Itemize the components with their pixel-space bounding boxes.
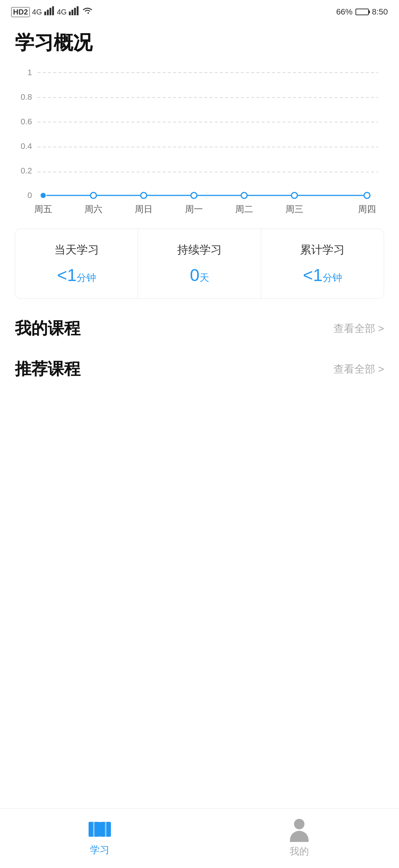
- bottom-nav: 学习 我的: [0, 808, 399, 868]
- svg-text:周四: 周四: [358, 204, 376, 214]
- chart-container: 1 0.8 0.6 0.4 0.2 0 周五 周六 周日 周一 周二 周三 周四: [0, 60, 399, 221]
- svg-text:周五: 周五: [34, 204, 52, 214]
- svg-rect-7: [77, 6, 79, 15]
- svg-rect-4: [69, 12, 71, 15]
- stats-card: 当天学习 <1分钟 持续学习 0天 累计学习 <1分钟: [15, 229, 384, 299]
- wifi-icon: [82, 6, 93, 17]
- svg-text:1: 1: [28, 68, 32, 77]
- my-courses-section: 我的课程 查看全部 >: [0, 306, 399, 347]
- svg-text:周日: 周日: [135, 204, 153, 214]
- nav-study[interactable]: 学习: [0, 820, 200, 856]
- svg-rect-5: [71, 10, 73, 15]
- study-label: 学习: [90, 843, 109, 856]
- stat-streak-value: 0天: [190, 265, 209, 285]
- stat-daily-label: 当天学习: [54, 242, 99, 258]
- stat-total-label: 累计学习: [300, 242, 345, 258]
- svg-text:0: 0: [28, 191, 32, 200]
- svg-rect-3: [52, 6, 54, 15]
- status-bar: HD2 4G 4G 66% 8:50: [0, 0, 399, 22]
- time-display: 8:50: [372, 7, 388, 17]
- learning-chart: 1 0.8 0.6 0.4 0.2 0 周五 周六 周日 周一 周二 周三 周四: [15, 67, 384, 216]
- svg-rect-37: [105, 822, 106, 837]
- svg-point-21: [90, 192, 96, 198]
- mine-label: 我的: [290, 845, 309, 858]
- study-icon: [88, 820, 112, 840]
- signal-4g-1: 4G: [32, 8, 42, 16]
- svg-text:周三: 周三: [285, 204, 303, 214]
- svg-rect-2: [50, 8, 51, 15]
- battery-icon: [355, 9, 369, 15]
- signal-bars-1: [44, 6, 55, 17]
- svg-text:0.6: 0.6: [20, 117, 32, 126]
- recommended-courses-link[interactable]: 查看全部 >: [333, 362, 384, 376]
- signal-bars-2: [69, 6, 79, 17]
- signal-4g-2: 4G: [57, 8, 67, 16]
- svg-point-22: [141, 192, 147, 198]
- person-icon: [290, 819, 309, 842]
- stat-total: 累计学习 <1分钟: [261, 229, 384, 299]
- stat-streak: 持续学习 0天: [138, 229, 261, 299]
- svg-rect-6: [74, 8, 76, 15]
- page-title: 学习概况: [0, 22, 399, 60]
- svg-rect-1: [47, 10, 49, 15]
- svg-rect-36: [93, 822, 95, 837]
- svg-point-20: [40, 192, 46, 198]
- recommended-courses-title: 推荐课程: [15, 358, 80, 380]
- svg-text:周一: 周一: [185, 204, 203, 214]
- stat-daily-value: <1分钟: [57, 265, 96, 285]
- svg-text:周二: 周二: [235, 204, 253, 214]
- hd2-icon: HD2: [11, 7, 30, 17]
- svg-point-23: [191, 192, 197, 198]
- my-courses-title: 我的课程: [15, 317, 80, 339]
- svg-text:0.8: 0.8: [20, 92, 32, 102]
- stat-streak-label: 持续学习: [177, 242, 222, 258]
- svg-point-25: [291, 192, 297, 198]
- status-right: 66% 8:50: [336, 7, 388, 17]
- recommended-courses-section: 推荐课程 查看全部 >: [0, 347, 399, 387]
- nav-mine[interactable]: 我的: [200, 819, 399, 858]
- stat-total-value: <1分钟: [303, 265, 342, 285]
- svg-point-24: [241, 192, 247, 198]
- stat-daily: 当天学习 <1分钟: [15, 229, 138, 299]
- svg-text:0.2: 0.2: [20, 166, 32, 175]
- svg-text:0.4: 0.4: [20, 141, 32, 151]
- svg-text:周六: 周六: [84, 204, 102, 214]
- svg-rect-0: [44, 12, 46, 15]
- battery-percent: 66%: [336, 7, 352, 17]
- status-left: HD2 4G 4G: [11, 6, 93, 17]
- my-courses-link[interactable]: 查看全部 >: [333, 322, 384, 336]
- svg-point-26: [364, 192, 370, 198]
